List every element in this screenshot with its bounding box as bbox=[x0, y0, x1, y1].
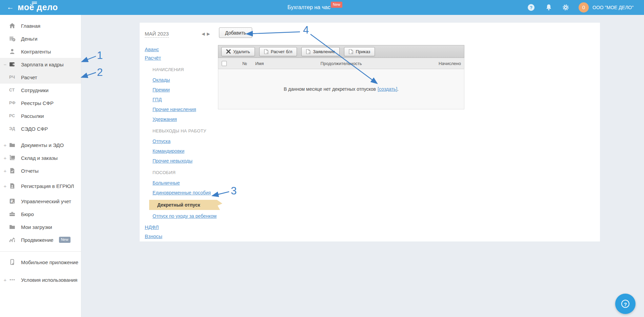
empty-state-period: . bbox=[397, 86, 399, 92]
section-accruals: НАЧИСЛЕНИЯ Оклады Премии ГПД Прочие начи… bbox=[145, 67, 220, 122]
application-button[interactable]: Заявление bbox=[301, 47, 340, 56]
column-accrued: Начислено bbox=[439, 61, 461, 66]
nav-link-ndfl[interactable]: НДФЛ bbox=[145, 224, 159, 230]
accountant-per-hour-label: Бухгалтер на час bbox=[287, 4, 330, 10]
expand-plus-icon[interactable]: + bbox=[3, 168, 7, 174]
expand-plus-icon[interactable]: + bbox=[3, 277, 7, 283]
registration-icon bbox=[9, 183, 16, 189]
folder-icon bbox=[9, 142, 16, 148]
sidebar-item-promotion[interactable]: Продвижение New bbox=[0, 233, 81, 246]
section-absences: НЕВЫХОДЫ НА РАБОТУ Отпуска Командировки … bbox=[145, 128, 220, 164]
payroll-nav: Аванс Расчёт НАЧИСЛЕНИЯ Оклады Премии ГП… bbox=[145, 46, 220, 239]
delete-x-icon bbox=[226, 49, 231, 54]
employees-code: СТ bbox=[9, 88, 15, 92]
nav-link-bonuses[interactable]: Премии bbox=[153, 87, 170, 92]
document-icon bbox=[349, 49, 353, 54]
sedo-sfr-code: ЭД bbox=[9, 126, 15, 131]
collapse-minus-icon[interactable]: − bbox=[3, 62, 7, 67]
ruble-icon: ₽ bbox=[9, 198, 16, 205]
main-content-card: МАЙ 2023 ◀▶ Добавить Аванс Расчёт НАЧИСЛ… bbox=[140, 23, 600, 241]
expand-plus-icon[interactable]: + bbox=[3, 155, 7, 161]
sidebar-item-documents-edo[interactable]: + Документы и ЭДО bbox=[0, 139, 81, 151]
app-logo[interactable]: моё дело bbox=[18, 2, 58, 12]
annotation-arrow-1 bbox=[82, 56, 96, 62]
sidebar-item-contractors[interactable]: Контрагенты bbox=[0, 45, 81, 58]
section-title-benefits: ПОСОБИЯ bbox=[153, 170, 220, 175]
sidebar-item-reports[interactable]: + Отчеты bbox=[0, 164, 81, 177]
next-month-icon[interactable]: ▶ bbox=[207, 31, 212, 36]
sidebar-divider bbox=[0, 251, 81, 252]
nav-link-other-absences[interactable]: Прочие невыходы bbox=[153, 158, 193, 164]
empty-state-text: В данном месяце нет декретных отпусков bbox=[284, 86, 376, 92]
sidebar-item-home[interactable]: Главная bbox=[0, 19, 81, 32]
briefcase-icon bbox=[9, 211, 16, 217]
help-fab-button[interactable]: ? bbox=[615, 294, 636, 314]
annotation-number-1: 1 bbox=[97, 49, 103, 61]
nav-link-vznosy[interactable]: Взносы bbox=[145, 233, 162, 239]
month-nav: ◀▶ bbox=[202, 31, 212, 36]
sidebar-item-warehouse-orders[interactable]: + Склад и заказы bbox=[0, 151, 81, 164]
back-arrow-icon[interactable]: ← bbox=[7, 3, 14, 11]
nav-link-deductions[interactable]: Удержания bbox=[153, 117, 177, 122]
annotation-number-2: 2 bbox=[97, 66, 103, 78]
sidebar-item-sedo-sfr[interactable]: ЭД СЭДО СФР bbox=[0, 122, 81, 135]
new-badge: New bbox=[331, 2, 342, 8]
sidebar-item-my-downloads[interactable]: Мои загрузки bbox=[0, 220, 81, 233]
prev-month-icon[interactable]: ◀ bbox=[202, 31, 207, 36]
sidebar-item-money[interactable]: ₽ Деньги bbox=[0, 32, 81, 45]
nav-link-gpd[interactable]: ГПД bbox=[153, 97, 162, 102]
tab-avans[interactable]: Аванс bbox=[145, 46, 159, 52]
tab-raschet[interactable]: Расчёт bbox=[145, 55, 161, 61]
mobile-phone-icon bbox=[9, 259, 16, 266]
create-link[interactable]: [создать] bbox=[378, 86, 397, 92]
sidebar-item-management-accounting[interactable]: ₽ Управленческий учет bbox=[0, 195, 81, 208]
expand-plus-icon[interactable]: + bbox=[3, 183, 7, 189]
nav-link-maternity-leave-active[interactable]: Декретный отпуск bbox=[149, 200, 222, 210]
document-icon bbox=[264, 49, 268, 54]
mailings-code: РС bbox=[9, 113, 15, 118]
nav-link-sick-leave[interactable]: Больничные bbox=[153, 180, 180, 186]
sick-leave-calc-button[interactable]: Расчет б/л bbox=[259, 47, 297, 56]
sidebar-item-bureau[interactable]: Бюро bbox=[0, 208, 81, 220]
report-icon bbox=[9, 167, 16, 174]
order-button[interactable]: Приказ bbox=[344, 47, 375, 56]
document-icon bbox=[306, 49, 310, 54]
nav-link-one-time-benefits[interactable]: Единовременные пособия bbox=[153, 190, 211, 195]
dots-icon bbox=[9, 276, 16, 283]
app-logo-text: моё дело bbox=[18, 2, 58, 12]
person-icon bbox=[9, 48, 16, 55]
sidebar: Главная ₽ Деньги Контрагенты − Зарплата … bbox=[0, 15, 81, 317]
expand-plus-icon[interactable]: + bbox=[3, 142, 7, 148]
nav-link-other-accruals[interactable]: Прочие начисления bbox=[153, 107, 196, 112]
downloads-folder-icon bbox=[9, 224, 16, 230]
app-header: ← моё дело Бухгалтер на час New ? 0 ООО … bbox=[0, 0, 644, 15]
table-toolbar: Удалить Расчет б/л Заявление Приказ bbox=[218, 45, 464, 58]
sidebar-item-mobile-app[interactable]: Мобильное приложение bbox=[0, 253, 81, 271]
sidebar-item-egrul-registration[interactable]: + Регистрация в ЕГРЮЛ bbox=[0, 177, 81, 195]
sidebar-item-raschet[interactable]: РЧ Расчет bbox=[0, 71, 81, 84]
sidebar-item-sfr-registers[interactable]: РФ Реестры СФР bbox=[0, 97, 81, 109]
section-title-accruals: НАЧИСЛЕНИЯ bbox=[153, 67, 220, 72]
nav-link-vacations[interactable]: Отпуска bbox=[153, 139, 170, 144]
sidebar-item-salary-hr[interactable]: − Зарплата и кадры bbox=[0, 58, 81, 71]
nav-link-salaries[interactable]: Оклады bbox=[153, 77, 170, 83]
month-selector[interactable]: МАЙ 2023 bbox=[145, 31, 169, 38]
add-button[interactable]: Добавить bbox=[219, 27, 252, 38]
notifications-bell-icon[interactable] bbox=[545, 4, 552, 11]
company-name[interactable]: ООО "МОЕ ДЕЛО" bbox=[592, 0, 633, 15]
nav-link-childcare-leave[interactable]: Отпуск по уходу за ребенком bbox=[153, 213, 217, 219]
money-icon: ₽ bbox=[9, 35, 16, 42]
table-header-row: № Имя Продолжительность Начислено bbox=[218, 58, 464, 69]
sidebar-item-terms-of-use[interactable]: + Условия использования bbox=[0, 271, 81, 289]
sidebar-item-mailings[interactable]: РС Рассылки bbox=[0, 109, 81, 122]
sidebar-item-employees[interactable]: СТ Сотрудники bbox=[0, 84, 81, 97]
settings-gear-icon[interactable] bbox=[562, 4, 569, 11]
accountant-per-hour-link[interactable]: Бухгалтер на час New bbox=[287, 0, 330, 15]
raschet-code: РЧ bbox=[9, 75, 15, 80]
help-icon[interactable]: ? bbox=[527, 4, 535, 11]
svg-text:₽: ₽ bbox=[11, 199, 13, 203]
nav-link-business-trips[interactable]: Командировки bbox=[153, 148, 184, 154]
delete-button[interactable]: Удалить bbox=[221, 47, 255, 56]
question-mark-icon: ? bbox=[621, 300, 629, 308]
avatar[interactable]: 0 bbox=[579, 2, 589, 13]
